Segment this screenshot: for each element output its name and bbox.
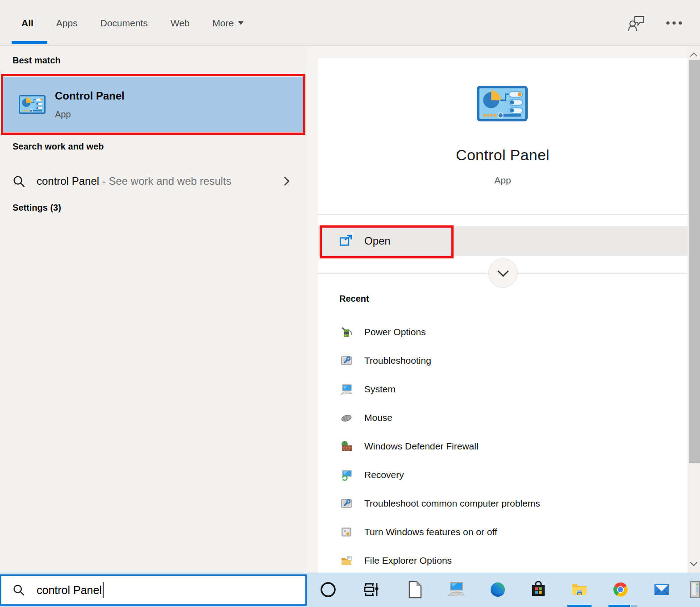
mail-icon	[652, 580, 671, 599]
settings-heading: Settings (3)	[12, 203, 61, 213]
scrollbar-thumb[interactable]	[689, 60, 700, 463]
recent-item-windows-defender-firewall[interactable]: Windows Defender Firewall	[318, 432, 688, 461]
cortana-icon	[318, 580, 338, 599]
best-match-title: Control Panel	[55, 90, 125, 102]
chrome-icon	[611, 580, 630, 599]
ellipsis-menu-icon[interactable]	[666, 21, 682, 25]
recent-item-recovery[interactable]: Recovery	[318, 461, 688, 489]
running-indicator-chrome	[608, 605, 630, 607]
open-action-row[interactable]: Open	[318, 226, 688, 256]
chevron-right-icon	[283, 176, 290, 187]
system-icon	[340, 383, 353, 395]
search-filter-bar: All Apps Documents Web More	[0, 0, 700, 46]
windows-features-icon	[340, 526, 353, 538]
mouse-icon	[340, 412, 353, 424]
taskbar-icon-device[interactable]	[690, 578, 700, 601]
recent-item-power-options[interactable]: Power Options	[318, 318, 688, 346]
recent-item-file-explorer-options[interactable]: File Explorer Options	[318, 546, 688, 575]
chevron-up-icon	[690, 52, 698, 57]
recent-item-troubleshooting[interactable]: Troubleshooting	[318, 346, 688, 375]
taskbar-icon-cortana[interactable]	[318, 578, 338, 601]
taskbar: control Panel	[0, 573, 700, 607]
scrollbar[interactable]	[688, 46, 700, 573]
app-title: Control Panel	[318, 146, 688, 164]
file-explorer-options-icon	[340, 554, 353, 567]
firewall-icon	[340, 440, 353, 453]
best-match-result-control-panel[interactable]: Control Panel App	[3, 77, 303, 132]
recent-item-mouse[interactable]: Mouse	[318, 403, 688, 432]
tab-all[interactable]: All	[21, 18, 33, 29]
tab-apps[interactable]: Apps	[56, 18, 78, 29]
chevron-down-icon	[690, 561, 698, 566]
recent-heading: Recent	[339, 294, 369, 304]
recovery-icon	[340, 469, 353, 481]
taskbar-search-box[interactable]: control Panel	[0, 574, 307, 606]
preview-panel: Control Panel App Open Recent Power Opti…	[318, 58, 688, 573]
taskbar-icon-mail[interactable]	[652, 578, 671, 601]
caret-down-icon	[238, 21, 244, 25]
open-external-icon	[339, 234, 353, 248]
search-box-value: control Panel	[37, 584, 102, 597]
taskbar-icon-microsoft-store[interactable]	[529, 578, 548, 601]
recent-item-windows-features[interactable]: Turn Windows features on or off	[318, 518, 688, 546]
recent-list: Power Options Troubleshooting System Mou…	[318, 318, 688, 575]
text-cursor	[103, 582, 104, 598]
scroll-down-arrow[interactable]	[688, 557, 700, 570]
tab-more[interactable]: More	[212, 18, 244, 29]
app-preview-header: Control Panel App	[318, 58, 688, 214]
windows-search-flyout: All Apps Documents Web More Best match C…	[0, 0, 700, 607]
taskbar-icon-remote-desktop[interactable]	[446, 578, 466, 601]
tab-web[interactable]: Web	[171, 18, 190, 29]
task-view-icon	[361, 580, 381, 599]
chevron-down-icon	[497, 270, 509, 277]
search-icon	[12, 175, 25, 188]
control-panel-icon-large	[477, 86, 528, 121]
best-match-subtitle: App	[55, 109, 125, 120]
search-icon	[12, 584, 25, 596]
search-work-web-heading: Search work and web	[12, 141, 104, 152]
recent-item-troubleshoot-problems[interactable]: Troubleshoot common computer problems	[318, 489, 688, 518]
app-subtitle: App	[318, 175, 688, 186]
expand-actions-button[interactable]	[488, 258, 518, 288]
taskbar-icon-libreoffice[interactable]	[405, 578, 425, 601]
libreoffice-icon	[405, 580, 425, 599]
power-options-icon	[340, 326, 353, 338]
search-results-panel: Best match Control Panel App Search work…	[0, 46, 307, 573]
active-tab-underline	[12, 41, 47, 44]
microsoft-store-icon	[529, 580, 548, 599]
tab-documents[interactable]: Documents	[100, 18, 148, 29]
divider	[318, 214, 688, 215]
web-search-suffix: - See work and web results	[99, 175, 231, 187]
file-explorer-icon	[570, 580, 589, 599]
best-match-heading: Best match	[12, 55, 61, 66]
open-button-label: Open	[364, 235, 391, 247]
troubleshooting-icon	[340, 497, 353, 510]
remote-desktop-icon	[446, 580, 466, 599]
control-panel-icon	[19, 95, 46, 114]
taskbar-icon-edge[interactable]	[488, 578, 508, 601]
device-icon	[690, 580, 700, 599]
recent-item-system[interactable]: System	[318, 375, 688, 403]
running-indicator-file-explorer	[567, 605, 592, 607]
running-indicator-secondary	[631, 605, 637, 607]
taskbar-icon-chrome[interactable]	[611, 578, 630, 601]
scroll-up-arrow[interactable]	[688, 48, 700, 61]
taskbar-icon-task-view[interactable]	[361, 578, 381, 601]
taskbar-icon-file-explorer[interactable]	[570, 578, 589, 601]
web-search-suggestion-row[interactable]: control Panel - See work and web results	[0, 168, 307, 195]
feedback-user-icon[interactable]	[628, 14, 646, 32]
edge-icon	[488, 580, 508, 599]
web-search-query: control Panel	[37, 175, 99, 187]
troubleshooting-icon	[340, 354, 353, 367]
